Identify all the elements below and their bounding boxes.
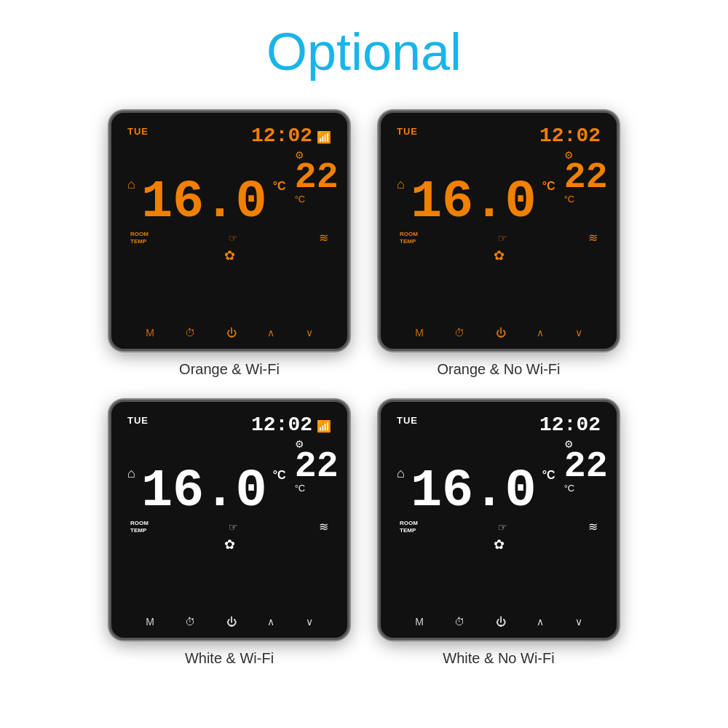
thermostat-device-orange-no-wifi: TUE 12:02 ⌂ 16.0 °C ⚙ 22 [379,111,619,351]
middle-row: ⌂ 16.0 °C ⚙ 22 °C [394,438,604,515]
set-area: ⚙ 22 °C [295,438,339,515]
thermostat-device-orange-wifi: TUE 12:02 📶 ⌂ 16.0 °C ⚙ 2 [109,111,349,351]
set-unit: °C [295,483,306,494]
lcd-screen: TUE 12:02 ⌂ 16.0 °C ⚙ 22 [394,415,604,610]
heat-icon: ≋ [319,231,328,245]
wifi-icon: 📶 [317,130,331,144]
current-unit: °C [542,180,555,193]
home-icon: ⌂ [127,466,135,481]
home-area: ⌂ [397,177,405,192]
time-wifi-area: 12:02 📶 [251,126,331,146]
control-buttons: M ⏱ ⏻ ∧ ∨ [394,327,604,339]
down-button[interactable]: ∨ [575,616,582,628]
current-temp: 16.0 [411,179,537,226]
thermostat-item-white-wifi: TUE 12:02 📶 ⌂ 16.0 °C ⚙ 2 [109,400,349,667]
room-temp-label: ROOMTEMP [130,231,149,245]
heat-icon: ≋ [588,231,598,245]
heat-icon: ≋ [588,520,598,534]
current-temp: 16.0 [141,179,267,226]
up-button[interactable]: ∧ [537,616,544,628]
down-button[interactable]: ∨ [575,327,582,339]
temps-area: 16.0 °C ⚙ 22 °C [135,149,339,226]
top-row: TUE 12:02 📶 [124,415,334,435]
current-unit: °C [273,180,286,193]
clock-button[interactable]: ⏱ [454,327,464,339]
thermostat-device-white-wifi: TUE 12:02 📶 ⌂ 16.0 °C ⚙ 2 [109,400,349,640]
m-button[interactable]: M [146,327,154,339]
set-area: ⚙ 22 °C [564,438,608,515]
m-button[interactable]: M [146,616,154,628]
set-temp: 22 [295,450,339,483]
down-button[interactable]: ∨ [306,327,313,339]
thermostat-item-orange-wifi: TUE 12:02 📶 ⌂ 16.0 °C ⚙ 2 [109,111,349,378]
sun-icon: ✿ [224,537,235,553]
clock-button[interactable]: ⏱ [454,616,464,628]
icon-row: ROOMTEMP ☞ ≋ [124,520,334,534]
set-temp: 22 [564,450,608,483]
top-row: TUE 12:02 📶 [124,126,334,146]
power-button[interactable]: ⏻ [226,616,237,628]
temps-area: 16.0 °C ⚙ 22 °C [405,149,608,226]
control-buttons: M ⏱ ⏻ ∧ ∨ [394,616,604,628]
set-unit: °C [295,194,306,205]
middle-row: ⌂ 16.0 °C ⚙ 22 °C [124,149,334,226]
touch-icon: ☞ [229,232,238,244]
current-unit: °C [273,469,286,482]
time-display: 12:02 [251,126,312,146]
time-wifi-area: 12:02 📶 [251,415,331,435]
set-temp: 22 [564,161,608,194]
down-button[interactable]: ∨ [306,616,313,628]
up-button[interactable]: ∧ [267,616,274,628]
time-wifi-area: 12:02 [539,415,601,435]
current-temp: 16.0 [141,468,267,515]
room-temp-label: ROOMTEMP [130,520,149,534]
up-button[interactable]: ∧ [267,327,274,339]
current-unit: °C [542,469,555,482]
time-display: 12:02 [539,126,601,146]
heat-icon: ≋ [319,520,328,534]
touch-icon: ☞ [498,232,507,244]
set-area: ⚙ 22 °C [295,149,339,226]
thermostat-label-orange-no-wifi: Orange & No Wi-Fi [438,361,561,378]
set-area: ⚙ 22 °C [564,149,608,226]
set-unit: °C [564,194,575,205]
lcd-screen: TUE 12:02 📶 ⌂ 16.0 °C ⚙ 2 [124,415,334,610]
thermostat-item-orange-no-wifi: TUE 12:02 ⌂ 16.0 °C ⚙ 22 [379,111,619,378]
control-buttons: M ⏱ ⏻ ∧ ∨ [124,616,334,628]
middle-row: ⌂ 16.0 °C ⚙ 22 °C [124,438,334,515]
m-button[interactable]: M [415,327,424,339]
time-display: 12:02 [539,415,601,435]
set-unit: °C [564,483,575,494]
sun-icon: ✿ [494,537,505,553]
up-button[interactable]: ∧ [537,327,544,339]
temps-area: 16.0 °C ⚙ 22 °C [405,438,608,515]
thermostat-device-white-no-wifi: TUE 12:02 ⌂ 16.0 °C ⚙ 22 [379,400,619,640]
time-display: 12:02 [251,415,312,435]
power-button[interactable]: ⏻ [496,327,506,339]
thermostat-label-white-wifi: White & Wi-Fi [185,650,274,667]
touch-icon: ☞ [229,521,238,533]
current-temp: 16.0 [411,468,537,515]
set-temp: 22 [295,161,339,194]
sun-icon: ✿ [224,248,235,264]
top-row: TUE 12:02 [394,126,604,146]
m-button[interactable]: M [415,616,424,628]
thermostat-label-white-no-wifi: White & No Wi-Fi [443,650,554,667]
lcd-screen: TUE 12:02 📶 ⌂ 16.0 °C ⚙ 2 [124,126,334,321]
clock-button[interactable]: ⏱ [185,327,195,339]
icon-row: ROOMTEMP ☞ ≋ [394,520,604,534]
icon-row: ROOMTEMP ☞ ≋ [394,231,604,245]
page-title: Optional [266,22,462,82]
day-label: TUE [397,415,418,426]
power-button[interactable]: ⏻ [496,616,506,628]
day-label: TUE [127,415,149,426]
power-button[interactable]: ⏻ [226,327,237,339]
middle-row: ⌂ 16.0 °C ⚙ 22 °C [394,149,604,226]
day-label: TUE [127,126,149,137]
room-temp-label: ROOMTEMP [400,520,418,534]
home-area: ⌂ [397,466,405,481]
icon-row: ROOMTEMP ☞ ≋ [124,231,334,245]
home-icon: ⌂ [127,177,135,192]
day-label: TUE [397,126,418,137]
clock-button[interactable]: ⏱ [185,616,195,628]
